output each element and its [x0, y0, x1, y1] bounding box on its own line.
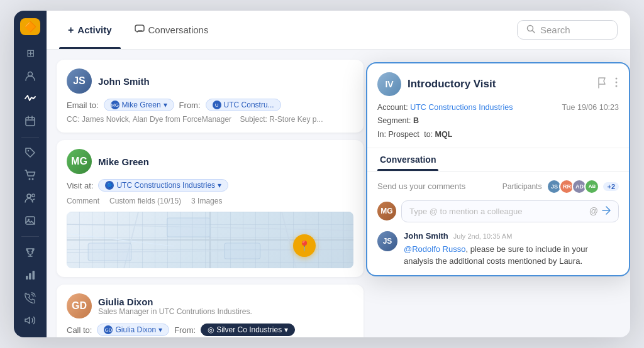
message-time: July 2nd, 10:35 AM — [453, 232, 513, 240]
message-name-row: John Smith July 2nd, 10:35 AM — [404, 231, 619, 241]
flag-button[interactable] — [596, 76, 609, 92]
card-meta-mike: Visit at: 🔵 UTC Constructions Industries… — [67, 179, 353, 192]
avatar-john: JS — [67, 68, 92, 94]
badge-giulia-label: Giulia Dixon — [115, 325, 156, 334]
badge-utc-visit-label: UTC Constructions Industries — [116, 181, 215, 190]
tab-activity[interactable]: + Activity — [59, 19, 121, 41]
participant-avatars: JS RR AD AB — [547, 179, 599, 194]
card-name-john: John Smith — [98, 76, 150, 87]
sidebar-icon-image[interactable] — [19, 211, 42, 230]
call-label: Call to: — [67, 325, 92, 335]
sidebar-icon-calendar[interactable] — [19, 112, 42, 131]
message-input[interactable]: Type @ to mention a colleague @ — [401, 200, 619, 222]
sidebar-icon-grid[interactable]: ⊞ — [19, 44, 42, 63]
conv-actions — [596, 76, 619, 92]
tab-conversations-label: Conversations — [148, 24, 209, 35]
svg-rect-1 — [26, 117, 35, 126]
card-meta-john: Email to: MG Mike Green ▾ From: U UTC Co… — [67, 99, 353, 111]
search-text: Search — [540, 24, 570, 35]
svg-rect-25 — [167, 218, 210, 237]
sidebar-icon-people[interactable] — [19, 188, 42, 207]
msg-input-icons: @ — [589, 206, 611, 217]
card-header-john: JS John Smith — [67, 68, 353, 94]
message-body: @Rodolfo Russo, please be sure to includ… — [404, 243, 619, 268]
message-item: JS John Smith July 2nd, 10:35 AM @Rodolf… — [377, 231, 619, 268]
from-label: From: — [179, 101, 201, 110]
conversation-panel: IV Introductory Visit Account: — [366, 62, 630, 276]
segment-label: Segment: — [377, 116, 411, 125]
images-field[interactable]: 3 Images — [191, 197, 222, 205]
participant-4: AB — [584, 179, 599, 194]
svg-point-9 — [32, 194, 35, 197]
activity-card-john: JS John Smith Email to: MG Mike Green ▾ … — [57, 60, 364, 133]
sidebar-divider-1 — [21, 137, 39, 138]
participants-plus: +2 — [603, 182, 619, 191]
svg-line-17 — [533, 31, 535, 33]
sidebar-icon-speaker[interactable] — [19, 311, 42, 330]
badge-mike-green[interactable]: MG Mike Green ▾ — [104, 99, 174, 111]
sidebar-icon-tag[interactable] — [19, 143, 42, 162]
svg-point-5 — [28, 150, 29, 151]
sidebar-icon-bar-chart[interactable] — [19, 266, 42, 285]
participants-area: Participants JS RR AD AB +2 — [502, 179, 619, 194]
sidebar-icon-trophy[interactable] — [19, 243, 42, 262]
to-label: to: — [424, 130, 433, 139]
badge-giulia-call[interactable]: GD Giulia Dixon ▾ — [97, 324, 169, 336]
badge-silver-co[interactable]: ◎ Silver Co Industries ▾ — [201, 324, 295, 336]
more-options-button[interactable] — [614, 76, 619, 92]
sidebar-icon-user[interactable] — [19, 67, 42, 85]
at-icon[interactable]: @ — [589, 206, 598, 217]
svg-point-30 — [616, 85, 618, 87]
sidebar-icon-cart[interactable] — [19, 166, 42, 185]
card-name-giulia: Giulia Dixon — [98, 296, 252, 307]
conv-tabs: Conversation — [367, 148, 629, 171]
badge-silver-co-label: Silver Co Industries — [216, 325, 282, 334]
message-content: John Smith July 2nd, 10:35 AM @Rodolfo R… — [404, 231, 619, 268]
comment-field[interactable]: Comment — [67, 197, 99, 205]
avatar-giulia: GD — [67, 293, 92, 318]
tab-conversations[interactable]: Conversations — [126, 19, 218, 41]
conv-title: Introductory Visit — [408, 78, 590, 90]
email-label: Email to: — [67, 101, 99, 110]
map-preview: 📍 — [67, 212, 353, 268]
badge-giulia-dropdown: ▾ — [158, 325, 162, 334]
account-link[interactable]: UTC Constructions Industries — [410, 103, 513, 112]
card-header-mike: MG Mike Green — [67, 149, 353, 174]
send-icon[interactable] — [602, 206, 611, 217]
send-label: Send us your comments — [377, 182, 465, 191]
badge-utc-company[interactable]: U UTC Constru... — [206, 99, 281, 111]
silver-co-icon: ◎ — [208, 325, 214, 334]
message-input-row: MG Type @ to mention a colleague @ — [377, 200, 619, 222]
activity-card-mike: MG Mike Green Visit at: 🔵 UTC Constructi… — [57, 140, 364, 277]
svg-rect-14 — [33, 271, 35, 280]
message-mention[interactable]: @Rodolfo Russo — [404, 244, 465, 254]
search-box[interactable]: Search — [517, 20, 618, 40]
svg-point-28 — [616, 78, 618, 80]
msg-input-placeholder: Type @ to mention a colleague — [409, 207, 522, 216]
sidebar-icon-phone[interactable] — [19, 288, 42, 307]
custom-fields[interactable]: Custom fields (10/15) — [109, 197, 181, 205]
conversations-icon — [135, 24, 145, 36]
activity-feed: JS John Smith Email to: MG Mike Green ▾ … — [47, 50, 374, 337]
current-user-avatar: MG — [377, 202, 396, 220]
sidebar-icon-activity[interactable] — [19, 89, 42, 108]
to-value: MQL — [435, 130, 453, 139]
tab-conversation[interactable]: Conversation — [377, 148, 438, 171]
tab-activity-label: Activity — [77, 24, 111, 35]
utc-visit-dot: 🔵 — [105, 181, 114, 190]
badge-mike-label: Mike Green — [122, 101, 161, 109]
svg-point-8 — [27, 194, 31, 198]
badge-utc-visit[interactable]: 🔵 UTC Constructions Industries ▾ — [98, 179, 228, 192]
svg-rect-27 — [88, 243, 131, 261]
card-header-giulia: GD Giulia Dixon Sales Manager in UTC Con… — [67, 293, 353, 318]
participants-label: Participants — [502, 182, 542, 191]
card-fields-mike: Comment Custom fields (10/15) 3 Images — [67, 197, 353, 205]
message-author-name: John Smith — [404, 231, 448, 241]
segment-value: B — [413, 116, 419, 125]
conv-date: Tue 19/06 10:23 — [562, 101, 619, 114]
app-logo[interactable]: 🔶 — [20, 18, 40, 35]
svg-rect-26 — [225, 243, 260, 259]
conv-title-row: IV Introductory Visit — [377, 72, 619, 96]
svg-rect-13 — [29, 273, 31, 280]
map-pin: 📍 — [293, 234, 316, 257]
